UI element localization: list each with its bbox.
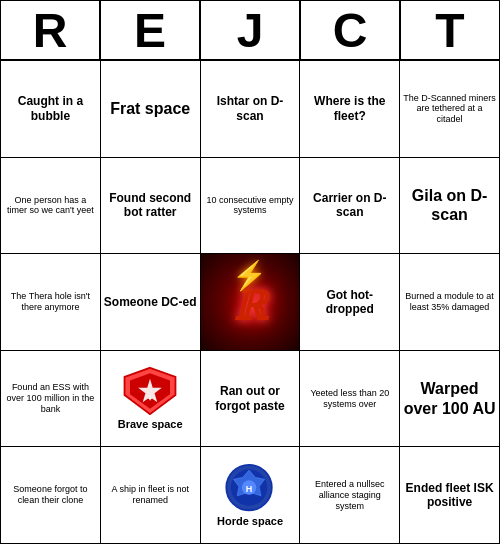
header-c: C [300,0,400,60]
lightning-icon: ⚡ [232,259,267,293]
cell-r1c4: Where is the fleet? [300,61,400,158]
cell-r1c5: The D-Scanned miners are tethered at a c… [400,61,500,158]
horde-text: Horde space [217,515,283,528]
cell-r2c2: Found second bot ratter [101,158,201,255]
cell-r3c2: Someone DC-ed [101,254,201,351]
cell-r2c3: 10 consecutive empty systems [201,158,301,255]
cell-r4c5: Warped over 100 AU [400,351,500,448]
bingo-grid: Caught in a bubble Frat space Ishtar on … [0,60,500,544]
header-e: E [100,0,200,60]
cell-r3c3-center: ⚡ ℝ [201,254,301,351]
cell-r4c2-brave: ✦ Brave space [101,351,201,448]
cell-r5c2: A ship in fleet is not renamed [101,447,201,544]
cell-r2c5: Gila on D-scan [400,158,500,255]
bingo-card: R E J C T Caught in a bubble Frat space … [0,0,500,544]
header-t: T [400,0,500,60]
cell-r5c3-horde: H Horde space [201,447,301,544]
cell-r3c5: Burned a module to at least 35% damaged [400,254,500,351]
header-j: J [200,0,300,60]
cell-r5c4: Entered a nullsec alliance staging syste… [300,447,400,544]
brave-shield-icon: ✦ [120,366,180,416]
cell-r1c3: Ishtar on D-scan [201,61,301,158]
cell-r2c1: One person has a timer so we can't yeet [1,158,101,255]
cell-r3c4: Got hot-dropped [300,254,400,351]
cell-r4c1: Found an ESS with over 100 million in th… [1,351,101,448]
cell-r2c4: Carrier on D-scan [300,158,400,255]
svg-text:✦: ✦ [147,394,153,403]
header-row: R E J C T [0,0,500,60]
brave-text: Brave space [118,418,183,431]
cell-r5c5: Ended fleet ISK positive [400,447,500,544]
horde-shield-icon: H [222,463,277,513]
cell-r1c2: Frat space [101,61,201,158]
cell-r4c4: Yeeted less than 20 systems over [300,351,400,448]
cell-r4c3: Ran out or forgot paste [201,351,301,448]
brave-logo: ✦ Brave space [103,353,198,445]
header-r: R [0,0,100,60]
svg-text:H: H [246,484,253,494]
cell-r3c1: The Thera hole isn't there anymore [1,254,101,351]
horde-logo: H Horde space [203,449,298,541]
cell-r5c1: Someone forgot to clean their clone [1,447,101,544]
center-logo-image: ⚡ ℝ [201,254,300,350]
cell-r1c1: Caught in a bubble [1,61,101,158]
